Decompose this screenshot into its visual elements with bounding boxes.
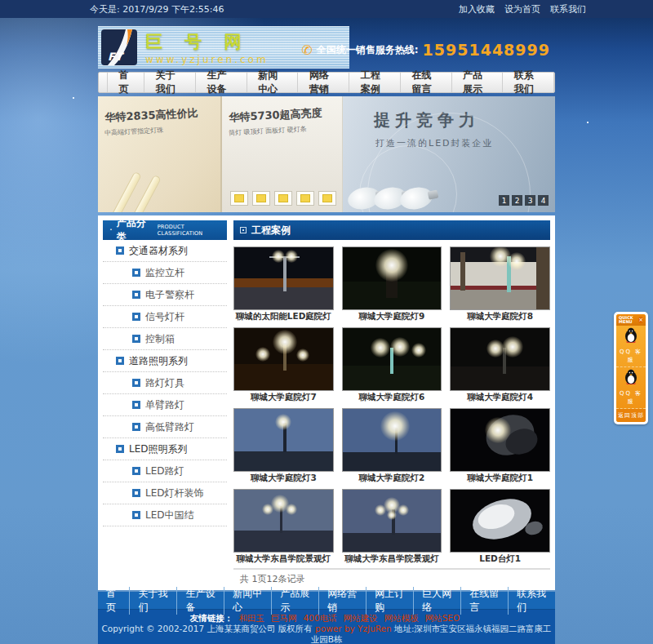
- nav-item[interactable]: 网络营销: [298, 73, 349, 92]
- footer-info: 友情链接： 和田玉巨马网400电话网站建设网站模板网站SEO Copyright…: [98, 610, 555, 644]
- project-photo-card[interactable]: 聊城大学东昌学院景观灯02: [233, 489, 334, 565]
- sidebar-item[interactable]: 电子警察杆: [103, 284, 227, 306]
- project-photo-card[interactable]: 聊城大学庭院灯3: [233, 408, 334, 484]
- footer-nav-item[interactable]: 联系我们: [508, 587, 555, 615]
- section-square-icon: [240, 227, 247, 233]
- project-photo[interactable]: [233, 246, 334, 310]
- project-photo[interactable]: [450, 408, 550, 472]
- friend-link[interactable]: 400电话: [304, 613, 337, 623]
- company-logo-icon[interactable]: FT: [101, 29, 137, 65]
- sidebar-item-label: LED照明系列: [129, 442, 188, 456]
- sidebar-item[interactable]: LED照明系列: [103, 438, 227, 460]
- project-photo-card[interactable]: 聊城的太阳能LED庭院灯: [233, 246, 334, 322]
- pager-number[interactable]: 2: [512, 195, 522, 206]
- sidebar-item-label: LED灯杆装饰: [145, 486, 204, 500]
- led-chips-graphic: [230, 191, 336, 206]
- copyright-text: Copyright © 2002-2017 上海某某商贸公司 版权所有: [101, 624, 312, 633]
- project-photo[interactable]: [233, 327, 334, 391]
- sidebar-item[interactable]: 信号灯杆: [103, 306, 227, 328]
- pager-number[interactable]: 1: [499, 195, 509, 206]
- site-url: www.yzjuren.com: [145, 54, 269, 65]
- photo-caption: LED台灯1: [450, 553, 550, 565]
- bullet-icon: ·: [109, 224, 113, 236]
- sidebar-item[interactable]: LED路灯: [103, 460, 227, 482]
- sidebar-item[interactable]: 控制箱: [103, 328, 227, 350]
- footer-nav-item[interactable]: 新闻中心: [224, 587, 271, 615]
- project-photo-card[interactable]: 聊城大学庭院灯8: [450, 246, 550, 322]
- nav-item[interactable]: 产品展示: [452, 73, 504, 92]
- project-photo[interactable]: [342, 327, 442, 391]
- back-to-top-button[interactable]: 返回顶部: [616, 409, 646, 422]
- friend-link[interactable]: 网站SEO: [425, 613, 460, 623]
- friend-link[interactable]: 和田玉: [239, 613, 265, 623]
- nav-item[interactable]: 联系我们: [503, 73, 554, 92]
- footer-nav-item[interactable]: 首页: [98, 587, 129, 615]
- sidebar-subtitle: PRODUCT CLASSIFICATION: [158, 224, 227, 237]
- footer-nav-item[interactable]: 生产设备: [176, 587, 224, 615]
- qq-penguin-icon: [624, 369, 638, 385]
- sidebar-item[interactable]: LED灯杆装饰: [103, 482, 227, 504]
- square-bullet-icon: [132, 313, 140, 321]
- sidebar-item-label: 交通器材系列: [129, 244, 188, 258]
- project-photo-card[interactable]: 聊城大学庭院灯9: [342, 246, 442, 322]
- photo-caption: 聊城大学庭院灯3: [233, 472, 334, 484]
- footer-nav-item[interactable]: 网络营销: [318, 587, 366, 615]
- friend-link[interactable]: 巨马网: [271, 613, 297, 623]
- hotline-label: 全国统一销售服务热线:: [317, 43, 419, 57]
- project-photo[interactable]: [450, 489, 550, 553]
- project-photo[interactable]: [233, 408, 334, 472]
- nav-item[interactable]: 关于我们: [144, 73, 196, 92]
- sidebar-item[interactable]: 单臂路灯: [103, 394, 227, 416]
- nav-item[interactable]: 工程案例: [349, 73, 401, 92]
- qq-service-entry[interactable]: QQ 客 服: [616, 367, 646, 409]
- sidebar-item[interactable]: LED中国结: [103, 504, 227, 526]
- close-icon[interactable]: ×: [638, 317, 643, 323]
- footer-nav-item[interactable]: 巨人网络: [413, 587, 460, 615]
- project-photo[interactable]: [342, 408, 442, 472]
- section-header: 工程案例: [233, 220, 550, 240]
- topbar-links: 加入收藏设为首页联系我们: [459, 3, 586, 16]
- project-photo[interactable]: [342, 246, 442, 310]
- project-photo[interactable]: [450, 327, 550, 391]
- site-name-block[interactable]: 巨 号 网 www.yzjuren.com: [145, 30, 269, 65]
- pager-number[interactable]: 3: [525, 195, 535, 206]
- topbar-link[interactable]: 联系我们: [550, 3, 586, 16]
- project-photo-card[interactable]: 聊城大学庭院灯4: [450, 327, 550, 403]
- footer-nav-item[interactable]: 产品展示: [271, 587, 318, 615]
- photo-caption: 聊城大学庭院灯2: [342, 472, 442, 484]
- square-bullet-icon: [132, 379, 140, 387]
- sidebar-item[interactable]: 道路照明系列: [103, 350, 227, 372]
- photo-caption: 聊城大学庭院灯7: [233, 391, 334, 403]
- project-photo-card[interactable]: LED台灯1: [450, 489, 550, 565]
- sidebar-item[interactable]: 路灯灯具: [103, 372, 227, 394]
- quick-menu-label: QUICK MENU: [619, 316, 638, 324]
- pagination-info: 共 1页12条记录: [233, 568, 550, 585]
- footer-nav-item[interactable]: 关于我们: [129, 587, 176, 615]
- friend-link[interactable]: 网站模板: [384, 613, 419, 623]
- project-photo-card[interactable]: 聊城大学庭院灯2: [342, 408, 442, 484]
- sidebar-item[interactable]: 监控立杆: [103, 262, 227, 284]
- nav-item[interactable]: 在线留言: [401, 73, 452, 92]
- sidebar-item-label: 高低臂路灯: [145, 420, 194, 434]
- nav-item[interactable]: 生产设备: [196, 73, 247, 92]
- qq-service-entry[interactable]: QQ 客 服: [616, 326, 646, 367]
- project-photo-card[interactable]: 聊城大学庭院灯6: [342, 327, 442, 403]
- topbar-link[interactable]: 设为首页: [504, 3, 540, 16]
- friend-link[interactable]: 网站建设: [344, 613, 378, 623]
- powered-by[interactable]: power by YzJuRen: [315, 624, 392, 633]
- project-photo[interactable]: [450, 246, 550, 310]
- topbar-link[interactable]: 加入收藏: [459, 3, 495, 16]
- project-photo-card[interactable]: 聊城大学东昌学院景观灯01: [342, 489, 442, 565]
- sidebar-item[interactable]: 高低臂路灯: [103, 416, 227, 438]
- hero-banner[interactable]: 华特2835高性价比 中高端灯管指定灯珠 华特5730超高亮度 筒灯 吸顶灯 面…: [98, 96, 555, 212]
- footer-nav-item[interactable]: 网上订购: [366, 587, 413, 615]
- project-photo[interactable]: [342, 489, 442, 553]
- pager-number[interactable]: 4: [538, 195, 549, 206]
- nav-item[interactable]: 新闻中心: [247, 73, 299, 92]
- banner-slide-1: 华特2835高性价比 中高端灯管指定灯珠: [98, 96, 222, 212]
- nav-item[interactable]: 首页: [107, 73, 144, 92]
- project-photo[interactable]: [233, 489, 334, 553]
- footer-nav-item[interactable]: 在线留言: [460, 587, 508, 615]
- project-photo-card[interactable]: 聊城大学庭院灯7: [233, 327, 334, 403]
- project-photo-card[interactable]: 聊城大学庭院灯1: [450, 408, 550, 484]
